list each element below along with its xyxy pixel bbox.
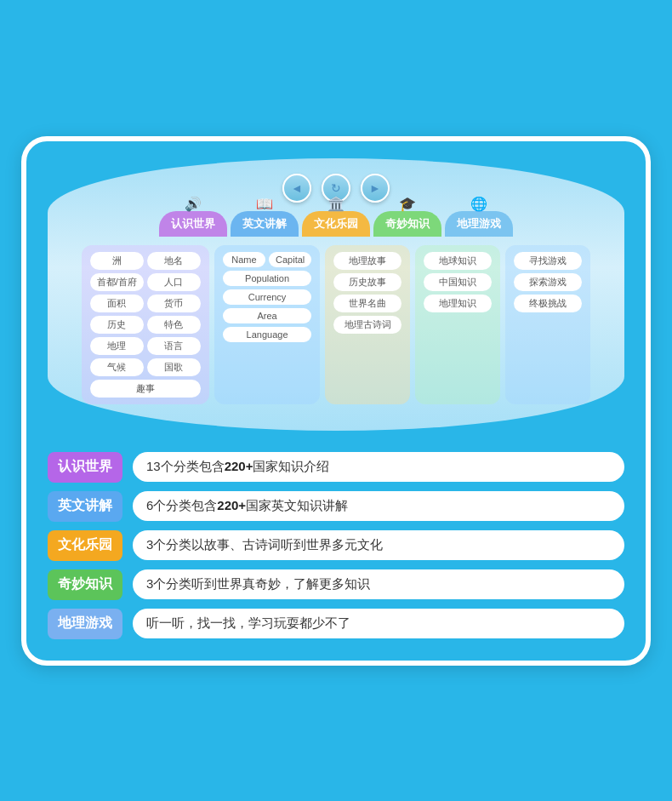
panel-item[interactable]: 洲 (90, 252, 144, 270)
panel-item[interactable]: 特色 (147, 316, 201, 334)
panel-item[interactable]: 探索游戏 (514, 273, 582, 291)
info-desc-dili: 听一听，找一找，学习玩耍都少不了 (133, 609, 624, 638)
panel-item[interactable]: 地理知识 (424, 295, 492, 312)
tab-qimiao-label: 奇妙知识 (385, 217, 430, 230)
info-desc-yingwen: 6个分类包含220+国家英文知识讲解 (133, 491, 624, 521)
panel-item[interactable]: Name (223, 252, 265, 267)
info-desc-wenhua: 3个分类以故事、古诗词听到世界多元文化 (133, 530, 624, 560)
panels-row: 洲 地名 首都/首府 人口 面积 货币 历史 特色 地理 语言 气候 国歌 趣事 (65, 245, 607, 404)
prev-button[interactable]: ◄ (282, 174, 311, 203)
info-desc-qimiao: 3个分类听到世界真奇妙，了解更多知识 (133, 569, 624, 599)
tab-qimiao[interactable]: 🎓 奇妙知识 (373, 211, 441, 237)
tab-dili[interactable]: 🌐 地理游戏 (445, 211, 513, 237)
info-row-wenhua: 文化乐园 3个分类以故事、古诗词听到世界多元文化 (48, 530, 624, 561)
panel-item[interactable]: Language (223, 327, 312, 342)
info-label-wenhua: 文化乐园 (48, 530, 122, 561)
tabs-row: 🔊 认识世界 📖 英文讲解 🏛️ 文化乐园 🎓 奇妙知识 🌐 地理游戏 (65, 211, 607, 237)
panel-item[interactable]: 首都/首府 (90, 273, 144, 291)
info-row-yingwen: 英文讲解 6个分类包含220+国家英文知识讲解 (48, 491, 624, 522)
info-label-renshijie: 认识世界 (48, 452, 122, 483)
panel-item[interactable]: 地理古诗词 (333, 316, 401, 334)
panel-item[interactable]: 人口 (147, 273, 201, 291)
main-card: ◄ ↻ ► 🔊 认识世界 📖 英文讲解 🏛️ 文化乐园 🎓 奇妙知识 (21, 136, 651, 666)
panel-item[interactable]: Currency (223, 289, 312, 305)
tab-dili-icon: 🌐 (470, 196, 487, 212)
panel-dili: 寻找游戏 探索游戏 终极挑战 (505, 245, 590, 404)
info-desc-renshijie: 13个分类包含220+国家知识介绍 (133, 452, 624, 482)
panel-yingwen-grid: Name Capital Population Currency Area La… (223, 252, 312, 342)
tab-yingwen[interactable]: 📖 英文讲解 (231, 211, 299, 237)
info-label-qimiao: 奇妙知识 (48, 569, 122, 600)
panel-item[interactable]: 地理故事 (333, 252, 401, 270)
tab-renshijie[interactable]: 🔊 认识世界 (159, 211, 227, 237)
panel-item[interactable]: Population (223, 271, 312, 286)
panel-item[interactable]: Area (223, 308, 312, 323)
panel-item[interactable]: 货币 (147, 295, 201, 312)
panel-qimiao: 地球知识 中国知识 地理知识 (415, 245, 500, 404)
panel-item[interactable]: Capital (269, 252, 311, 267)
info-row-qimiao: 奇妙知识 3个分类听到世界真奇妙，了解更多知识 (48, 569, 624, 600)
panel-wenhua: 地理故事 历史故事 世界名曲 地理古诗词 (325, 245, 410, 404)
tab-yingwen-icon: 📖 (256, 196, 273, 212)
panel-item[interactable]: 历史 (90, 316, 144, 334)
tab-wenhua-label: 文化乐园 (314, 217, 358, 230)
panel-item[interactable]: 面积 (90, 295, 144, 312)
info-label-dili: 地理游戏 (48, 609, 122, 639)
info-row-dili: 地理游戏 听一听，找一找，学习玩耍都少不了 (48, 609, 624, 639)
panel-yingwen: Name Capital Population Currency Area La… (214, 245, 321, 404)
panel-renshijie: 洲 地名 首都/首府 人口 面积 货币 历史 特色 地理 语言 气候 国歌 趣事 (82, 245, 209, 404)
panel-item[interactable]: 中国知识 (424, 273, 492, 291)
panel-item[interactable]: 地理 (90, 337, 144, 355)
info-label-yingwen: 英文讲解 (48, 491, 122, 522)
tab-renshijie-label: 认识世界 (171, 217, 215, 230)
tab-renshijie-icon: 🔊 (185, 196, 202, 212)
panel-item[interactable]: 地名 (147, 252, 201, 270)
oval-section: ◄ ↻ ► 🔊 认识世界 📖 英文讲解 🏛️ 文化乐园 🎓 奇妙知识 (48, 158, 624, 431)
info-row-renshijie: 认识世界 13个分类包含220+国家知识介绍 (48, 452, 624, 483)
panel-item[interactable]: 国歌 (147, 358, 201, 376)
panel-item[interactable]: 终极挑战 (514, 295, 582, 312)
next-button[interactable]: ► (361, 174, 390, 203)
panel-item[interactable]: 地球知识 (424, 252, 492, 270)
tab-dili-label: 地理游戏 (457, 217, 501, 230)
panel-renshijie-grid: 洲 地名 首都/首府 人口 面积 货币 历史 特色 地理 语言 气候 国歌 趣事 (90, 252, 201, 398)
panel-item[interactable]: 语言 (147, 337, 201, 355)
tab-qimiao-icon: 🎓 (399, 196, 416, 212)
tab-wenhua-icon: 🏛️ (327, 196, 345, 212)
panel-item[interactable]: 世界名曲 (333, 295, 401, 312)
panel-item[interactable]: 寻找游戏 (514, 252, 582, 270)
tab-wenhua[interactable]: 🏛️ 文化乐园 (302, 211, 370, 237)
panel-item[interactable]: 历史故事 (333, 273, 401, 291)
panel-item[interactable]: 趣事 (90, 380, 201, 398)
panel-item[interactable]: 气候 (90, 358, 144, 376)
tab-yingwen-label: 英文讲解 (242, 217, 287, 230)
info-section: 认识世界 13个分类包含220+国家知识介绍 英文讲解 6个分类包含220+国家… (48, 452, 624, 639)
